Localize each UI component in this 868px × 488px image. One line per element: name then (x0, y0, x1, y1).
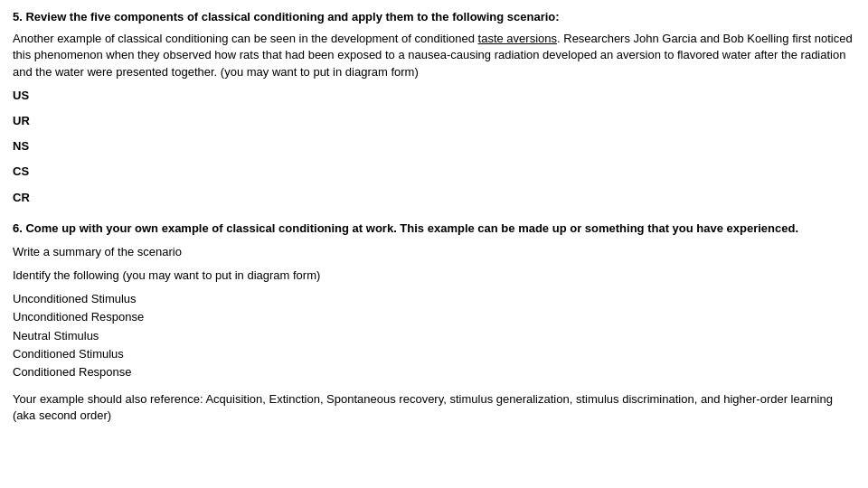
question-5-section: 5. Review the five components of classic… (13, 9, 855, 206)
list-item-conditioned-stimulus: Conditioned Stimulus (13, 346, 855, 362)
body-text-1: Another example of classical conditionin… (13, 32, 475, 45)
label-us: US (13, 88, 855, 104)
label-ns: NS (13, 138, 855, 155)
summary-prompt: Write a summary of the scenario (13, 244, 855, 260)
question-6-section: 6. Come up with your own example of clas… (13, 221, 855, 425)
question-6-header: 6. Come up with your own example of clas… (13, 221, 855, 237)
label-ur: UR (13, 113, 855, 129)
list-item-conditioned-response: Conditioned Response (13, 364, 855, 380)
label-cs: CS (13, 164, 855, 180)
question-5-body: Another example of classical conditionin… (13, 31, 855, 80)
list-item-neutral-stimulus: Neutral Stimulus (13, 328, 855, 344)
label-cr: CR (13, 190, 855, 206)
footer-text: Your example should also reference: Acqu… (13, 391, 855, 424)
list-item-unconditioned-stimulus: Unconditioned Stimulus (13, 291, 855, 307)
list-item-unconditioned-response: Unconditioned Response (13, 309, 855, 325)
identify-list: Unconditioned Stimulus Unconditioned Res… (13, 291, 855, 380)
taste-aversions-link[interactable]: taste aversions (478, 32, 557, 45)
question-5-header: 5. Review the five components of classic… (13, 9, 855, 25)
identify-prompt: Identify the following (you may want to … (13, 267, 855, 284)
